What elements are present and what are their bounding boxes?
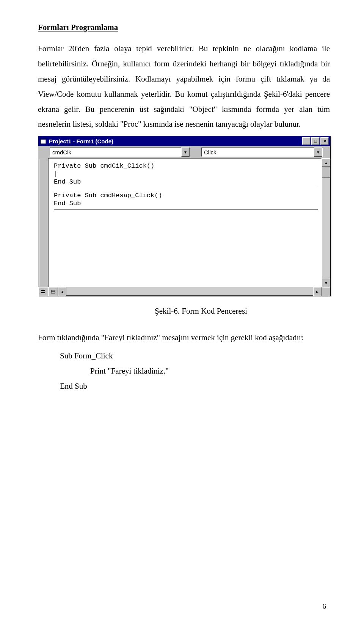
- scroll-right-icon[interactable]: ►: [313, 287, 322, 296]
- object-dropdown[interactable]: cmdCik ▼: [50, 148, 190, 157]
- figure-caption: Şekil-6. Form Kod Penceresi: [144, 306, 258, 316]
- full-module-view-button[interactable]: [48, 287, 58, 296]
- procedure-separator: [54, 188, 318, 188]
- vertical-scrollbar[interactable]: ▲ ▼: [322, 158, 330, 287]
- combo-row: cmdCik ▼ Click ▼: [38, 146, 330, 158]
- scroll-up-icon[interactable]: ▲: [322, 159, 330, 167]
- code-line: Print "Fareyi tikladiniz.": [90, 364, 330, 379]
- code-line: Private Sub cmdHesap_Click(): [54, 192, 318, 199]
- code-line: |: [54, 170, 318, 177]
- paragraph-1: Formlar 20'den fazla olaya tepki verebil…: [38, 41, 330, 132]
- scrollbar-track[interactable]: [322, 177, 330, 279]
- code-editor[interactable]: Private Sub cmdCik_Click() | End Sub Pri…: [48, 158, 322, 287]
- document-page: Formları Programlama Formlar 20'den fazl…: [0, 0, 364, 622]
- svg-rect-1: [41, 138, 46, 140]
- scroll-down-icon[interactable]: ▼: [322, 279, 330, 287]
- form-icon: [40, 138, 47, 145]
- page-number: 6: [323, 602, 326, 611]
- chevron-down-icon[interactable]: ▼: [314, 148, 322, 157]
- procedure-view-button[interactable]: [38, 287, 48, 296]
- window-title: Project1 - Form1 (Code): [49, 138, 113, 145]
- code-area-wrap: Private Sub cmdCik_Click() | End Sub Pri…: [38, 158, 330, 287]
- proc-dropdown-value: Click: [202, 149, 314, 156]
- svg-rect-2: [41, 290, 45, 291]
- scrollbar-corner: [322, 287, 330, 296]
- code-line: End Sub: [54, 178, 318, 185]
- code-window: Project1 - Form1 (Code) _ □ ✕ cmdCik ▼ C…: [38, 136, 331, 296]
- code-sample: Sub Form_Click Print "Fareyi tikladiniz.…: [60, 349, 330, 394]
- object-dropdown-value: cmdCik: [50, 149, 181, 156]
- minimize-button[interactable]: _: [302, 137, 311, 145]
- close-button[interactable]: ✕: [320, 137, 329, 145]
- proc-dropdown[interactable]: Click ▼: [201, 148, 323, 157]
- code-line: Sub Form_Click: [60, 349, 330, 364]
- chevron-down-icon[interactable]: ▼: [181, 148, 190, 157]
- svg-rect-3: [41, 292, 45, 293]
- code-line: Private Sub cmdCik_Click(): [54, 162, 318, 170]
- window-titlebar: Project1 - Form1 (Code) _ □ ✕: [38, 136, 330, 146]
- maximize-button[interactable]: □: [311, 137, 320, 145]
- section-heading: Formları Programlama: [38, 23, 330, 32]
- scrollbar-track[interactable]: [66, 287, 313, 295]
- scrollbar-thumb[interactable]: [322, 167, 330, 177]
- margin-indicator: [39, 159, 48, 286]
- code-line: End Sub: [60, 379, 330, 394]
- code-line: End Sub: [54, 200, 318, 207]
- procedure-separator: [54, 209, 318, 210]
- scroll-left-icon[interactable]: ◄: [58, 287, 66, 296]
- paragraph-2: Form tıklandığında "Fareyi tıkladınız" m…: [38, 330, 330, 346]
- horizontal-scrollbar: ◄ ►: [38, 287, 330, 295]
